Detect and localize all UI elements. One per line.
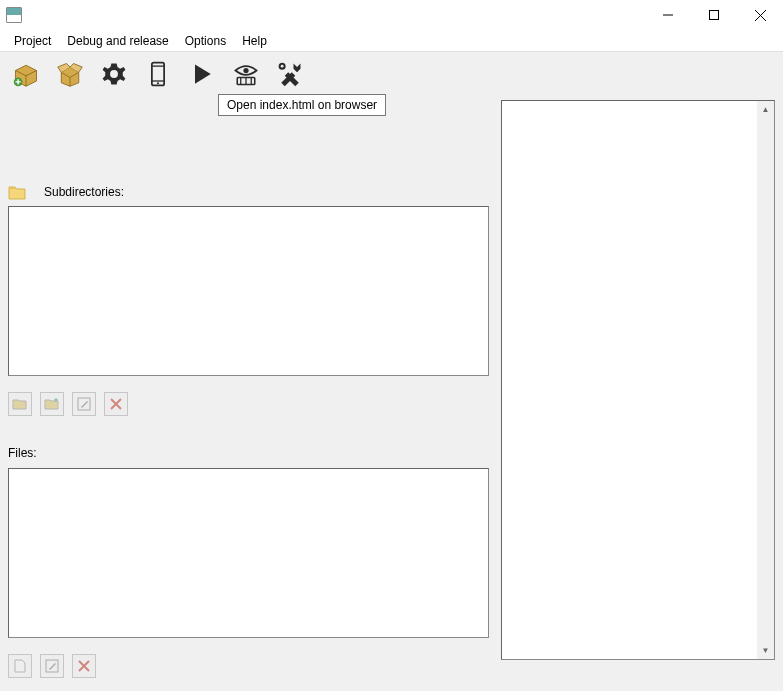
menu-options[interactable]: Options (177, 32, 234, 50)
menu-debug-release[interactable]: Debug and release (59, 32, 176, 50)
svg-rect-1 (710, 11, 719, 20)
folder-icon (8, 184, 26, 200)
scroll-down-icon[interactable]: ▼ (757, 642, 774, 659)
svg-point-16 (281, 65, 284, 68)
subdir-edit-button[interactable] (72, 392, 96, 416)
subdirectories-label: Subdirectories: (44, 185, 124, 199)
subdirectories-list[interactable] (8, 206, 489, 376)
open-project-button[interactable] (52, 56, 88, 92)
device-button[interactable] (140, 56, 176, 92)
close-button[interactable] (737, 0, 783, 30)
tools-button[interactable] (272, 56, 308, 92)
delete-icon (108, 396, 124, 412)
titlebar (0, 0, 783, 30)
file-new-icon (12, 658, 28, 674)
window-controls (645, 0, 783, 30)
settings-button[interactable] (96, 56, 132, 92)
menubar: Project Debug and release Options Help (0, 30, 783, 52)
svg-point-10 (243, 68, 248, 73)
scrollbar[interactable]: ▲ ▼ (757, 101, 774, 659)
maximize-button[interactable] (691, 0, 737, 30)
subdir-delete-button[interactable] (104, 392, 128, 416)
minimize-icon (663, 10, 673, 20)
maximize-icon (709, 10, 719, 20)
folder-open-icon (12, 396, 28, 412)
new-project-button[interactable] (8, 56, 44, 92)
right-panel: ▲ ▼ (497, 96, 783, 691)
menu-help[interactable]: Help (234, 32, 275, 50)
phone-icon (144, 60, 172, 88)
body-area: Subdirectories: Files: (0, 96, 783, 691)
svg-point-5 (110, 70, 118, 78)
subdirectories-header: Subdirectories: (4, 180, 493, 206)
play-icon (188, 60, 216, 88)
box-closed-add-icon (12, 60, 40, 88)
tooltip-open-browser: Open index.html on browser (218, 94, 386, 116)
files-list[interactable] (8, 468, 489, 638)
edit-icon (44, 658, 60, 674)
file-new-button[interactable] (8, 654, 32, 678)
folder-new-icon (44, 396, 60, 412)
file-edit-button[interactable] (40, 654, 64, 678)
file-delete-button[interactable] (72, 654, 96, 678)
toolbar: Open index.html on browser (0, 52, 783, 96)
box-open-icon (56, 60, 84, 88)
subdirectory-buttons (4, 390, 493, 418)
left-panel: Subdirectories: Files: (0, 96, 497, 691)
wrench-screwdriver-icon (276, 60, 304, 88)
subdir-new-button[interactable] (40, 392, 64, 416)
edit-icon (76, 396, 92, 412)
close-icon (755, 10, 766, 21)
subdir-open-button[interactable] (8, 392, 32, 416)
output-box[interactable]: ▲ ▼ (501, 100, 775, 660)
gear-icon (100, 60, 128, 88)
app-icon (6, 7, 22, 23)
eye-preview-icon (232, 60, 260, 88)
delete-icon (76, 658, 92, 674)
run-button[interactable] (184, 56, 220, 92)
file-buttons (4, 652, 493, 680)
open-browser-button[interactable] (228, 56, 264, 92)
svg-point-9 (157, 82, 159, 84)
scroll-up-icon[interactable]: ▲ (757, 101, 774, 118)
files-label: Files: (4, 444, 493, 468)
minimize-button[interactable] (645, 0, 691, 30)
menu-project[interactable]: Project (6, 32, 59, 50)
